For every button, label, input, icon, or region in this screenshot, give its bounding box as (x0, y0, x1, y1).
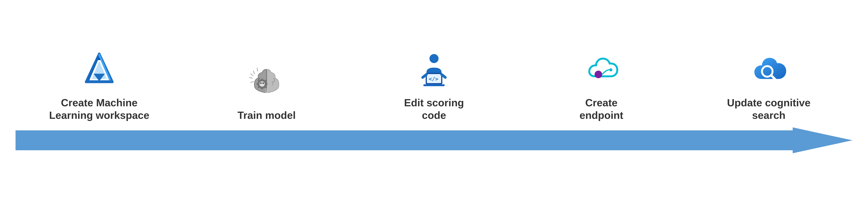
svg-line-22 (251, 81, 253, 82)
step-create-endpoint: Createendpoint (532, 51, 671, 122)
svg-line-24 (257, 68, 258, 71)
svg-line-21 (250, 77, 252, 78)
step-edit-scoring-code: </> Edit scoringcode (364, 51, 504, 122)
svg-point-25 (429, 54, 439, 63)
svg-point-19 (262, 82, 264, 84)
azure-ml-icon (79, 51, 119, 91)
svg-point-9 (259, 81, 265, 87)
svg-point-30 (595, 71, 602, 78)
step-train-model: Train model (197, 63, 336, 122)
svg-line-23 (253, 71, 255, 74)
cloud-endpoint-icon (582, 51, 621, 91)
svg-rect-11 (261, 87, 263, 89)
svg-rect-12 (257, 83, 259, 85)
icons-row: Create MachineLearning workspace (16, 51, 852, 127)
diagram-container: Create MachineLearning workspace (16, 51, 852, 153)
coder-icon: </> (414, 51, 454, 91)
arrow-row (16, 127, 852, 153)
svg-point-18 (260, 82, 262, 84)
step-create-ml-workspace: Create MachineLearning workspace (30, 51, 169, 122)
svg-marker-34 (16, 127, 852, 153)
step-update-cognitive-search: Update cognitivesearch (699, 51, 838, 122)
step-label-create-ml: Create MachineLearning workspace (49, 97, 150, 122)
brain-gear-icon (247, 63, 286, 103)
svg-point-31 (609, 68, 612, 71)
step-label-create-endpoint: Createendpoint (580, 97, 623, 122)
svg-text:</>: </> (429, 76, 438, 82)
step-label-train-model: Train model (238, 109, 296, 122)
step-label-cognitive-search: Update cognitivesearch (727, 97, 811, 122)
svg-rect-13 (266, 83, 268, 85)
svg-line-20 (251, 74, 253, 76)
svg-rect-10 (261, 79, 263, 80)
step-label-edit-scoring: Edit scoringcode (404, 97, 464, 122)
cloud-search-icon (749, 51, 789, 91)
svg-rect-29 (424, 84, 444, 87)
